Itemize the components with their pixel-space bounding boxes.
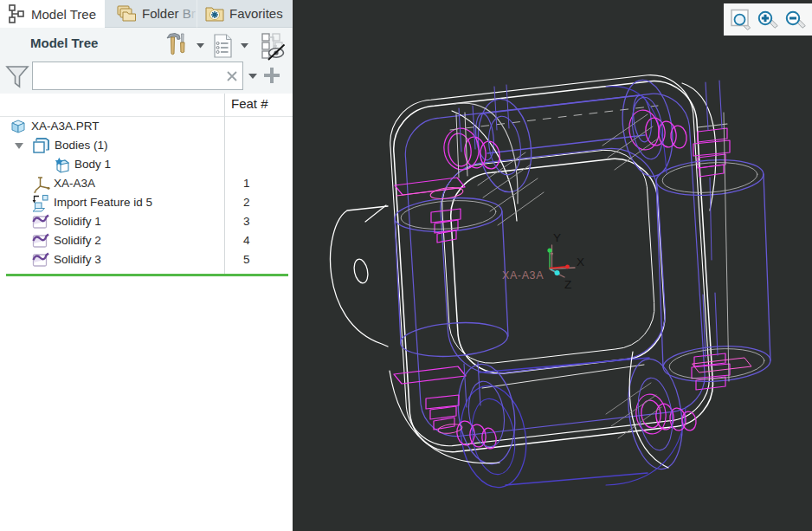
svg-text:Y: Y bbox=[553, 231, 561, 244]
svg-text:XA-A3A: XA-A3A bbox=[502, 269, 544, 282]
svg-text:Z: Z bbox=[564, 278, 571, 291]
svg-text:X: X bbox=[577, 256, 584, 269]
